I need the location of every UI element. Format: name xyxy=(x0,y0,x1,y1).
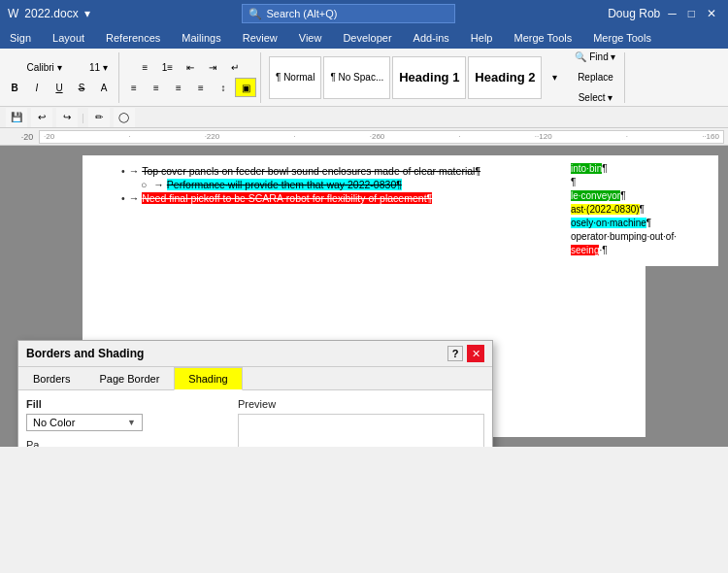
rp-line-6: operator·bumping·out·of· xyxy=(571,231,711,242)
fill-value: No Color xyxy=(33,417,75,428)
title-search-box[interactable]: 🔍 Search (Alt+Q) xyxy=(242,4,455,23)
font-group: Calibri ▾ 11 ▾ B I U S A xyxy=(4,52,119,103)
ltr-button[interactable]: ↵ xyxy=(224,57,246,77)
bullets-button[interactable]: ≡ xyxy=(135,57,156,77)
line-spacing[interactable]: ↕ xyxy=(213,78,234,97)
align-left[interactable]: ≡ xyxy=(123,78,145,97)
font-color-button[interactable]: A xyxy=(93,78,115,97)
right-panel: into·bin¶ ¶ le·conveyor¶ ast·(2022-0830)… xyxy=(563,155,718,266)
italic-button[interactable]: I xyxy=(26,78,48,97)
title-bar: W 2022.docx ▾ 🔍 Search (Alt+Q) Doug Rob … xyxy=(0,0,728,27)
numbering-button[interactable]: 1≡ xyxy=(157,57,179,77)
styles-more-button[interactable]: ▾ xyxy=(544,68,565,87)
shapes-btn[interactable]: ◯ xyxy=(114,108,135,127)
styles-group: ¶ Normal ¶ No Spac... Heading 1 Heading … xyxy=(265,52,569,103)
rp-line-7: seeing·¶ xyxy=(571,245,711,255)
minimize-button[interactable]: ─ xyxy=(664,7,680,20)
rp-text-5: osely·on·machine xyxy=(571,218,646,228)
dialog-close-button[interactable]: ✕ xyxy=(467,345,484,362)
find-button[interactable]: 🔍 Find ▾ xyxy=(571,49,619,67)
tab-help[interactable]: Help xyxy=(467,30,497,46)
ruler: ·20 ·20··220··260···120···160 xyxy=(0,128,728,146)
bullet-1: • xyxy=(121,165,125,177)
dialog-help[interactable]: ? xyxy=(447,346,463,361)
maximize-button[interactable]: □ xyxy=(684,7,699,20)
style-no-spacing[interactable]: ¶ No Spac... xyxy=(323,56,390,99)
dialog-body: Fill No Color ▼ Pa Theme Colors White, B… xyxy=(18,390,492,447)
style-normal-label: ¶ Normal xyxy=(276,72,314,83)
redo-btn[interactable]: ↪ xyxy=(56,108,78,127)
fill-row: No Color ▼ xyxy=(26,414,230,431)
username: Doug Rob xyxy=(608,7,660,20)
bullet-2: ○ xyxy=(141,179,147,190)
tab-merge-tools-2[interactable]: Merge Tools xyxy=(589,30,655,46)
preview-box: نموذج — Sample _ ـ xyxy=(238,414,484,447)
tab-developer[interactable]: Developer xyxy=(339,30,395,46)
style-heading1[interactable]: Heading 1 xyxy=(392,56,466,99)
bold-button[interactable]: B xyxy=(4,78,25,97)
rp-text-7: seeing xyxy=(571,245,599,255)
tab-shading[interactable]: Shading xyxy=(174,367,242,390)
title-dropdown-icon[interactable]: ▾ xyxy=(84,7,90,20)
ruler-left-margin: ·20 xyxy=(19,132,35,142)
rp-line-4: ast·(2022-0830)¶ xyxy=(571,204,711,215)
borders-shading-dialog: Borders and Shading ? ✕ Borders Page Bor… xyxy=(17,340,493,447)
align-right[interactable]: ≡ xyxy=(168,78,189,97)
style-heading2[interactable]: Heading 2 xyxy=(468,56,542,99)
replace-button[interactable]: Replace xyxy=(574,68,617,87)
arrow-2: → xyxy=(153,179,164,190)
filename[interactable]: 2022.docx xyxy=(24,7,78,20)
rp-text-3: le·conveyor xyxy=(571,190,620,201)
font-size-dropdown[interactable]: 11 ▾ xyxy=(84,57,114,77)
indent-decrease[interactable]: ⇤ xyxy=(180,57,201,77)
tab-borders[interactable]: Borders xyxy=(18,367,85,390)
tab-references[interactable]: References xyxy=(102,30,164,46)
rp-line-1: into·bin¶ xyxy=(571,163,711,174)
search-icon: 🔍 xyxy=(248,8,262,20)
arrow-3: → xyxy=(129,192,140,204)
fill-color-dropdown[interactable]: No Color ▼ xyxy=(26,414,143,431)
doc-line-2: ○ → Performance·will·provide·them·that·w… xyxy=(121,179,607,190)
align-center[interactable]: ≡ xyxy=(146,78,167,97)
dialog-tabs: Borders Page Border Shading xyxy=(18,367,492,390)
rp-text-1: into·bin xyxy=(571,163,602,174)
tab-addins[interactable]: Add-ins xyxy=(410,30,453,46)
fill-dropdown-arrow: ▼ xyxy=(127,418,136,427)
justify[interactable]: ≡ xyxy=(190,78,212,97)
title-bar-right: Doug Rob ─ □ ✕ xyxy=(608,7,720,20)
style-normal[interactable]: ¶ Normal xyxy=(269,56,321,99)
preview-label: Preview xyxy=(238,398,484,410)
save-btn[interactable]: 💾 xyxy=(6,108,27,127)
tab-page-border[interactable]: Page Border xyxy=(85,367,175,390)
style-heading1-label: Heading 1 xyxy=(399,70,459,84)
tab-review[interactable]: Review xyxy=(239,30,281,46)
dialog-title: Borders and Shading xyxy=(26,347,144,360)
style-heading2-label: Heading 2 xyxy=(475,70,535,84)
line2-text: Performance·will·provide·them·that·way·2… xyxy=(167,179,402,190)
indent-increase[interactable]: ⇥ xyxy=(202,57,223,77)
undo-btn[interactable]: ↩ xyxy=(31,108,52,127)
shading-button[interactable]: ▣ xyxy=(235,78,256,97)
rp-line-5: osely·on·machine¶ xyxy=(571,218,711,228)
select-button[interactable]: Select ▾ xyxy=(575,88,617,108)
paragraph-group: ≡ 1≡ ⇤ ⇥ ↵ ≡ ≡ ≡ ≡ ↕ ▣ xyxy=(123,52,261,103)
rp-line-3: le·conveyor¶ xyxy=(571,190,711,201)
font-name-dropdown[interactable]: Calibri ▾ xyxy=(6,57,83,77)
tab-sign[interactable]: Sign xyxy=(6,30,35,46)
draw-btn[interactable]: ✏ xyxy=(88,108,110,127)
tab-merge-tools-1[interactable]: Merge Tools xyxy=(510,30,576,46)
search-placeholder: Search (Alt+Q) xyxy=(266,8,337,19)
underline-button[interactable]: U xyxy=(49,78,70,97)
tab-mailings[interactable]: Mailings xyxy=(178,30,224,46)
app-icon: W xyxy=(8,7,18,20)
strikethrough-button[interactable]: S xyxy=(71,78,92,97)
close-button[interactable]: ✕ xyxy=(703,7,720,20)
style-no-spacing-label: ¶ No Spac... xyxy=(330,72,383,83)
editing-group: 🔍 Find ▾ Replace Select ▾ xyxy=(571,52,624,103)
tab-layout[interactable]: Layout xyxy=(49,30,88,46)
document-area: • → Top·cover·panels·on·feeder·bowl·soun… xyxy=(0,146,728,447)
pattern-label: Pa xyxy=(26,439,230,447)
title-bar-left: W 2022.docx ▾ xyxy=(8,7,90,20)
fill-label: Fill xyxy=(26,398,230,410)
tab-view[interactable]: View xyxy=(295,30,326,46)
